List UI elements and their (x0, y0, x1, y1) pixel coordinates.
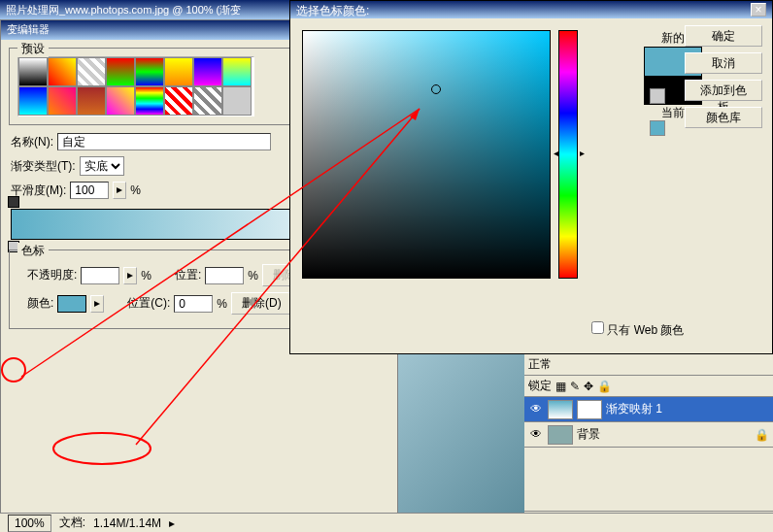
opacity-arrow: ▸ (123, 267, 137, 284)
preset-swatch-2[interactable] (77, 57, 106, 86)
color-picker-title: 选择色标颜色: (296, 3, 369, 17)
lock-transparency-icon[interactable]: ▦ (555, 380, 566, 393)
lock-label: 锁定 (528, 378, 552, 394)
smoothness-input[interactable] (70, 182, 109, 199)
percent: % (130, 183, 141, 197)
web-only-label: 只有 Web 颜色 (607, 323, 684, 337)
delete-color-button[interactable]: 删除(D) (231, 292, 292, 315)
preset-swatch-6[interactable] (193, 57, 222, 86)
layer-row-background[interactable]: 👁 背景 🔒 (524, 422, 773, 448)
preset-swatch-1[interactable] (48, 57, 77, 86)
preset-swatch-7[interactable] (222, 57, 252, 86)
main-title: 照片处理网_www.photops.com.jpg @ 100% (渐变 (6, 3, 241, 17)
lock-icon: 🔒 (755, 428, 769, 442)
new-label: 新的 (661, 30, 685, 47)
image-preview (398, 354, 524, 532)
blend-mode[interactable]: 正常 (528, 356, 552, 373)
percent4: % (217, 297, 227, 311)
stops-label: 色标 (17, 243, 49, 259)
preset-label: 预设 (17, 41, 49, 57)
position-c-label: 位置(C): (127, 295, 170, 312)
name-input[interactable] (57, 133, 271, 150)
statusbar: 100% 文档: 1.14M/1.14M ▸ (0, 513, 773, 532)
preset-swatch-3[interactable] (106, 57, 135, 86)
preset-swatch-11[interactable] (106, 86, 135, 116)
preset-swatch-14[interactable] (193, 86, 222, 116)
lock-all-icon[interactable]: 🔒 (597, 380, 612, 393)
color-picker-header: 选择色标颜色: × (290, 1, 772, 18)
lock-brush-icon[interactable]: ✎ (570, 380, 580, 393)
layer-name-1: 渐变映射 1 (606, 401, 662, 417)
gradient-type-select[interactable]: 实底 (80, 156, 124, 176)
preset-swatch-13[interactable] (164, 86, 193, 116)
preset-swatch-9[interactable] (48, 86, 77, 116)
color-cursor-icon (431, 84, 441, 94)
color-label: 颜色: (27, 295, 53, 312)
web-only-checkbox[interactable] (591, 321, 604, 334)
warning-cube-icon[interactable] (650, 88, 665, 104)
color-field[interactable] (302, 30, 551, 279)
layers-panel: 正常 锁定 ▦ ✎ ✥ 🔒 👁 渐变映射 1 👁 背景 🔒 🔗 fx ◐ ◑ 📁… (524, 354, 773, 532)
color-arrow[interactable]: ▸ (90, 295, 104, 313)
opacity-input (81, 267, 119, 284)
layer-mask-thumb[interactable] (577, 400, 602, 419)
web-only-row: 只有 Web 颜色 (591, 321, 684, 339)
visibility-icon-2[interactable]: 👁 (528, 427, 544, 443)
hue-strip[interactable]: ◂▸ (558, 30, 578, 279)
preset-swatch-0[interactable] (18, 57, 48, 86)
layers-lock-row: 锁定 ▦ ✎ ✥ 🔒 (524, 376, 773, 397)
opacity-stop-left[interactable] (8, 196, 19, 208)
web-safe-swatch[interactable] (650, 120, 665, 136)
percent3: % (248, 269, 258, 283)
preset-swatch-5[interactable] (164, 57, 193, 86)
color-picker-buttons: 确定 取消 添加到色板 颜色库 (685, 25, 762, 128)
doc-size: 1.14M/1.14M (93, 516, 161, 530)
statusbar-arrow-icon[interactable]: ▸ (169, 516, 175, 530)
preset-swatch-10[interactable] (77, 86, 106, 116)
name-label: 名称(N): (11, 134, 53, 150)
preset-grid[interactable] (17, 56, 254, 116)
layers-header: 正常 (524, 354, 773, 376)
doc-label: 文档: (59, 515, 85, 531)
position-label: 位置: (175, 267, 201, 283)
opacity-label: 不透明度: (27, 267, 77, 283)
position-input (205, 267, 244, 284)
color-picker-dialog: 选择色标颜色: × ◂▸ 新的 当前 确定 取消 添 (289, 0, 773, 354)
position-c-input[interactable] (174, 295, 213, 313)
add-to-swatches-button[interactable]: 添加到色板 (685, 80, 762, 101)
preset-swatch-12[interactable] (135, 86, 164, 116)
percent2: % (141, 269, 151, 283)
close-button[interactable]: × (751, 3, 766, 17)
layer-row-gradient-map[interactable]: 👁 渐变映射 1 (524, 397, 773, 422)
gradient-type-label: 渐变类型(T): (11, 158, 76, 175)
color-lib-button[interactable]: 颜色库 (685, 107, 762, 128)
color-well[interactable] (57, 295, 86, 313)
lock-move-icon[interactable]: ✥ (584, 380, 593, 393)
layer-thumb-adj[interactable] (548, 400, 573, 419)
preset-swatch-15[interactable] (222, 86, 252, 116)
ok-button[interactable]: 确定 (685, 25, 762, 47)
smoothness-arrow[interactable]: ▸ (113, 182, 126, 199)
visibility-icon[interactable]: 👁 (528, 402, 544, 417)
layer-thumb-bg[interactable] (548, 425, 573, 445)
layer-name-2: 背景 (577, 426, 600, 443)
zoom-level[interactable]: 100% (8, 515, 51, 532)
cancel-button[interactable]: 取消 (685, 52, 762, 74)
preset-swatch-4[interactable] (135, 57, 164, 86)
preset-swatch-8[interactable] (18, 86, 48, 116)
